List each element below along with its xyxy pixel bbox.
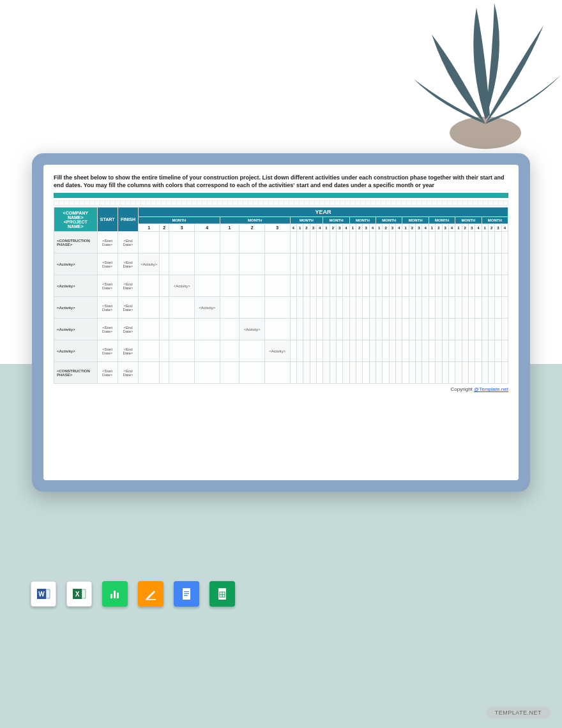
end-date: <End Date> [118,275,138,297]
timeline-cell [316,340,323,362]
week-number: 1 [139,224,160,232]
timeline-cell [303,232,310,254]
week-number: 3 [442,224,448,232]
timeline-cell [429,297,435,319]
timeline-cell [323,232,330,254]
week-number: 4 [369,224,376,232]
timeline-cell [383,297,389,319]
timeline-cell [323,297,330,319]
excel-icon[interactable]: X [66,581,92,607]
timeline-cell [389,319,395,340]
timeline-cell [383,232,389,254]
timeline-cell [343,319,349,340]
timeline-cell [356,319,363,340]
timeline-cell [482,319,488,340]
week-number: 3 [389,224,395,232]
week-number: 2 [383,224,389,232]
timeline-cell [337,254,343,275]
timeline-cell [330,362,336,384]
timeline-cell [264,275,290,297]
timeline-cell [468,340,475,362]
month-header: MONTH [349,217,376,224]
timeline-cell [316,319,323,340]
timeline-cell [416,232,422,254]
grid-strip [54,201,508,206]
timeline-cell [488,297,494,319]
numbers-icon[interactable] [102,581,128,607]
timeline-cell [488,340,494,362]
timeline-cell [383,340,389,362]
week-number: 1 [296,224,303,232]
week-number: 3 [495,224,501,232]
timeline-cell [455,319,462,340]
row-label: <CONSTRUCTION PHASE> [54,362,98,384]
timeline-cell [482,275,488,297]
copyright-line: Copyright @Template.net [54,386,508,392]
week-number: 4 [195,224,220,232]
timeline-cell [349,275,356,297]
week-number: 1 [429,224,435,232]
timeline-cell [290,254,296,275]
timeline-cell [482,297,488,319]
timeline-cell [429,232,435,254]
month-header: MONTH [323,217,349,224]
week-number: 2 [462,224,468,232]
timeline-cell [349,362,356,384]
timeline-cell [356,362,363,384]
timeline-cell [323,275,330,297]
timeline-cell [409,232,415,254]
timeline-cell [349,319,356,340]
timeline-cell [363,362,369,384]
timeline-cell [343,362,349,384]
timeline-cell [303,362,310,384]
timeline-cell [442,297,448,319]
week-number: 4 [290,224,296,232]
google-docs-icon[interactable] [174,581,199,607]
timeline-cell [264,254,290,275]
week-number: 1 [349,224,356,232]
timeline-cell [290,362,296,384]
timeline-cell [356,232,363,254]
timeline-cell [402,362,409,384]
timeline-cell [448,362,455,384]
end-date: <End Date> [118,254,138,275]
timeline-cell [160,297,169,319]
timeline-cell [436,254,442,275]
timeline-cell [303,297,310,319]
timeline-cell [468,297,475,319]
timeline-cell [169,319,195,340]
word-icon[interactable]: W [31,581,56,607]
timeline-cell [409,319,415,340]
template-link[interactable]: @Template.net [474,386,508,392]
timeline-cell [303,254,310,275]
timeline-cell [455,275,462,297]
timeline-cell [429,275,435,297]
timeline-cell [169,232,195,254]
timeline-cell [501,232,508,254]
timeline-cell [416,340,422,362]
timeline-cell [462,319,468,340]
google-sheets-icon[interactable] [209,581,235,607]
week-number: 3 [310,224,316,232]
start-date: <Start Date> [97,362,118,384]
month-header: MONTH [139,217,220,224]
timeline-cell [310,275,316,297]
week-number: 3 [416,224,422,232]
week-number: 2 [409,224,415,232]
week-number: 3 [337,224,343,232]
timeline-cell [337,232,343,254]
timeline-cell [337,319,343,340]
timeline-cell [409,275,415,297]
instructions-text: Fill the sheet below to show the entire … [54,174,508,189]
timeline-cell [475,254,482,275]
start-date: <Start Date> [97,232,118,254]
week-number: 2 [239,224,265,232]
timeline-cell [303,319,310,340]
timeline-cell [383,319,389,340]
timeline-cell [436,340,442,362]
timeline-cell [495,275,501,297]
timeline-cell [290,297,296,319]
pages-icon[interactable] [138,581,163,607]
timeline-cell [475,362,482,384]
timeline-cell [343,340,349,362]
